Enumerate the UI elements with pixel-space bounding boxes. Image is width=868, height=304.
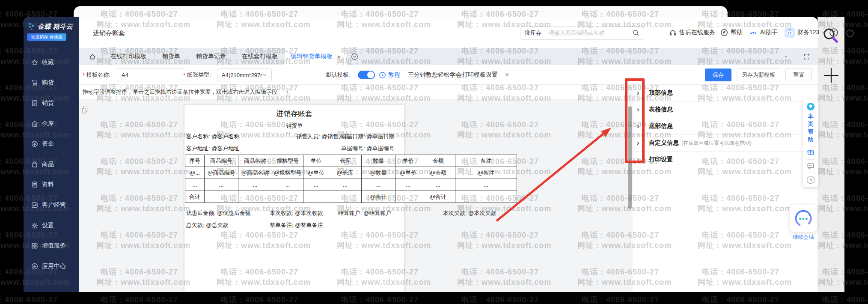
table-cell[interactable]: ... [272, 179, 303, 191]
inventory-search-input[interactable]: 搜库存 请输入商品编码或名称 [520, 26, 644, 40]
tab-online-overprint-template[interactable]: 在线套打模板 [240, 53, 279, 60]
table-cell[interactable] [272, 191, 303, 203]
ai-assistant-link[interactable]: AI助手 [749, 17, 778, 48]
table-header-cell[interactable]: 序号 [185, 155, 205, 167]
panel-section-bottom-info[interactable]: › 底部信息 [633, 118, 817, 135]
tab-online-print-template[interactable]: 在线打印模板 [109, 53, 148, 60]
template-name-input[interactable]: A4 [117, 69, 185, 81]
table-cell[interactable]: ... [421, 179, 455, 191]
panel-section-top-info[interactable]: › 顶部信息 [633, 85, 817, 101]
table-cell[interactable]: ... [185, 179, 205, 191]
panel-section-print-settings[interactable]: › 打印设置 [633, 152, 817, 168]
panel-section-table-info[interactable]: › 表格信息 [633, 101, 817, 118]
field-order-remark[interactable]: 整单备注: @整单备注 [270, 221, 323, 229]
continue-chat-link[interactable]: 继续会话 [787, 234, 820, 241]
bulb-icon[interactable] [806, 102, 815, 111]
sidebar-item-data[interactable]: 资料 [24, 175, 79, 195]
sidebar-item-sales[interactable]: 销货 [24, 93, 79, 113]
field-bill-date[interactable]: 单据日期: @单据日期 [341, 133, 394, 140]
help-link[interactable]: 帮助 [720, 17, 743, 48]
field-discounted-amount[interactable]: 优惠后金额: @优惠后金额 [186, 209, 250, 217]
table-cell[interactable]: ... [329, 179, 362, 191]
search-category[interactable]: 搜库存 [525, 29, 541, 37]
app-logo[interactable]: 金蝶 精斗云 [28, 22, 73, 31]
sidebar-item-warehouse[interactable]: 仓库 [24, 113, 79, 134]
panel-section-custom-info[interactable]: › 自定义信息 (在底部区域位置可以随意拖动) [633, 135, 817, 152]
table-header-cell[interactable]: 商品名称 [238, 155, 272, 167]
tab-edit-sales-template-active[interactable]: 编辑销货单模板 × [285, 48, 347, 65]
sidebar-item-settings[interactable]: 设置 [24, 215, 79, 236]
table-cell[interactable]: @仓库 [329, 167, 362, 179]
table-header-cell[interactable]: 单价 [395, 155, 421, 167]
table-cell[interactable] [395, 191, 421, 203]
sidebar-item-value-added[interactable]: 增值服务 [24, 235, 79, 256]
table-cell[interactable]: ... [238, 179, 272, 191]
page-help-button[interactable]: 本页帮助 [808, 113, 814, 143]
banner-close-icon[interactable]: × [505, 71, 509, 79]
sidebar-item-app-center[interactable]: 应用中心 [24, 256, 79, 277]
gift-icon[interactable] [807, 149, 814, 157]
table-cell[interactable]: @单位 [303, 167, 329, 179]
collapse-chevrons-icon[interactable] [806, 176, 815, 184]
sidebar-item-purchase[interactable]: 购货 [24, 73, 79, 93]
table-header-cell[interactable]: 商品编号 [205, 155, 238, 167]
sidebar-item-funds[interactable]: 资金 [24, 134, 79, 154]
field-total-arrears[interactable]: 总欠款: @总欠款 [186, 221, 228, 229]
table-cell[interactable]: @商品名称 [238, 167, 272, 179]
table-cell[interactable]: @数量 [362, 167, 395, 179]
field-customer-address[interactable]: 客户地址: @客户地址 [186, 145, 239, 152]
tab-list-dropdown-button[interactable] [351, 53, 358, 60]
field-customer-name[interactable]: 客户名称: @客户名称 [186, 133, 239, 140]
table-cell[interactable] [303, 191, 329, 203]
table-cell[interactable]: ... [205, 179, 238, 191]
sidebar-item-customer-ops[interactable]: 客户经营 [24, 195, 79, 215]
table-header-cell[interactable]: 规格型号 [272, 155, 303, 167]
fullscreen-button[interactable] [803, 54, 810, 60]
table-header-cell[interactable]: 仓库 [329, 155, 362, 167]
sidebar-item-favorites[interactable]: 收藏 [24, 52, 79, 73]
table-cell[interactable]: ... [362, 179, 395, 191]
scroll-top-button[interactable]: ↑ [785, 53, 788, 60]
table-cell[interactable]: @商品编号 [205, 167, 238, 179]
table-header-cell[interactable]: 金额 [421, 155, 455, 167]
field-settlement-account[interactable]: 结算账户: @结算账户 [338, 209, 391, 217]
paper-type-select[interactable]: A4(210mm*297n [217, 69, 272, 81]
table-cell[interactable]: @... [185, 167, 205, 179]
tab-sales-order[interactable]: 销货单 [161, 53, 182, 60]
tab-close-icon[interactable]: × [337, 53, 341, 60]
table-cell[interactable]: 合计 [185, 191, 205, 203]
tutorial-link[interactable]: 教程 [379, 65, 400, 85]
table-cell[interactable]: @合计 [421, 191, 455, 203]
home-tab-button[interactable] [89, 53, 96, 60]
table-cell[interactable]: ... [303, 179, 329, 191]
field-bill-number[interactable]: 单据编号: @单据编号 [341, 145, 394, 152]
table-cell[interactable] [205, 191, 238, 203]
chat-bubble-icon[interactable] [807, 162, 814, 170]
user-menu[interactable]: 财务123 [785, 17, 826, 48]
sidebar-item-goods[interactable]: 商品 [24, 154, 79, 175]
table-cell[interactable]: @合计 [362, 191, 395, 203]
back-button[interactable] [829, 17, 838, 48]
save-button[interactable]: 保存 [705, 69, 731, 81]
table-cell[interactable]: @金额 [421, 167, 455, 179]
plus-tool-icon[interactable] [823, 67, 840, 84]
copy-template-icon[interactable] [81, 106, 88, 116]
table-cell[interactable] [329, 191, 362, 203]
table-header-cell[interactable]: 数量 [362, 155, 395, 167]
default-template-toggle[interactable] [358, 71, 375, 79]
save-as-new-template-button[interactable]: 另存为新模板 [737, 69, 780, 81]
logout-button[interactable] [845, 17, 855, 48]
after-sales-service-link[interactable]: 售后在线服务 [669, 17, 715, 48]
table-header-cell[interactable]: 单位 [303, 155, 329, 167]
table-cell[interactable]: ... [395, 179, 421, 191]
table-cell[interactable]: @单价 [395, 167, 421, 179]
tab-sales-order-records[interactable]: 销货单记录 [194, 53, 228, 60]
ai-assistant-avatar[interactable] [790, 205, 817, 232]
search-icon[interactable] [633, 30, 639, 36]
template-table[interactable]: 序号商品编号商品名称规格型号单位仓库数量单价金额备注@...@商品编号@商品名称… [185, 155, 517, 203]
reset-button[interactable]: 重置 [785, 69, 812, 81]
field-payment-received[interactable]: 本次收款: @本次收款 [270, 209, 323, 217]
hint-collapse-icon[interactable]: 《 [283, 88, 289, 96]
table-cell[interactable] [238, 191, 272, 203]
table-cell[interactable]: @规格型号 [272, 167, 303, 179]
